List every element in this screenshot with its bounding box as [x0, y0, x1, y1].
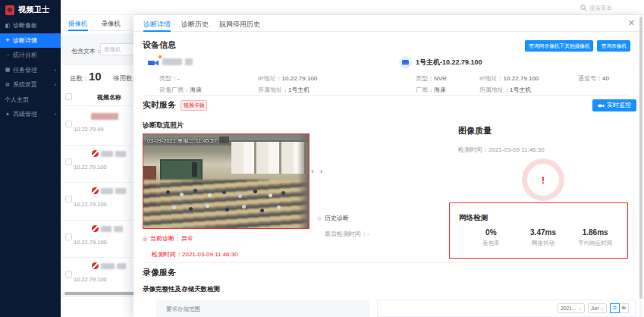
- redacted-name: [115, 151, 126, 157]
- sidebar-item-statistics[interactable]: ◔ 统计分析: [0, 48, 61, 63]
- redacted-name: [101, 188, 113, 194]
- camera-ip: 10.22.79.100: [74, 276, 107, 283]
- month-select[interactable]: Jun ∨: [588, 303, 607, 313]
- last-detect-time: -: [367, 231, 369, 237]
- chevron-down-icon: ∨: [54, 68, 57, 72]
- camera-icon: [147, 58, 159, 67]
- toggle-year-button[interactable]: 年: [619, 303, 629, 313]
- live-monitor-button[interactable]: 实时监控: [592, 99, 636, 111]
- camera-ip: 10.22.79.100: [74, 239, 107, 246]
- video-lag-badge: 视频卡顿: [181, 100, 207, 111]
- sidebar: 视频卫士 ◧ 诊断看板 ✈ 诊断详情 ◔ 统计分析 ▦ 任务管理 ∨ ⚙ 系统设…: [0, 0, 61, 317]
- recording-service-title: 录像服务: [143, 267, 176, 278]
- current-detect-time: 2021-03-09 11:46:30: [182, 251, 238, 258]
- photo-art-students: [166, 190, 170, 194]
- tab-diagnosis-history[interactable]: 诊断历史: [181, 15, 209, 31]
- diagnostic-photo-label: 诊断取流照片: [143, 121, 184, 130]
- row-checkbox[interactable]: [65, 271, 72, 278]
- tab-diagnosis-detail[interactable]: 诊断详情: [143, 15, 171, 31]
- camera-device-icon: [147, 57, 161, 67]
- row-checkbox[interactable]: [65, 196, 72, 202]
- month-year-toggle: 月 年: [610, 303, 629, 313]
- redacted-name: [91, 113, 118, 120]
- year-select[interactable]: 2021… ∨: [558, 303, 585, 313]
- sidebar-item-diagnosis-detail[interactable]: ✈ 诊断详情: [0, 33, 61, 49]
- device-info-title: 设备信息: [143, 39, 176, 51]
- settings-gear-icon: ⚙: [4, 82, 11, 88]
- row-checkbox[interactable]: [65, 158, 72, 165]
- sidebar-item-diagnosis-dashboard[interactable]: ◧ 诊断看板: [0, 18, 61, 33]
- photo-art-teacher: [192, 162, 197, 177]
- exclamation-icon: !: [542, 174, 545, 186]
- current-detect-time-row: 检测时间：2021-03-09 11:46:30: [152, 246, 238, 259]
- diagnosis-detail-icon: ✈: [4, 37, 11, 43]
- prev-photo-arrow[interactable]: ‹: [311, 167, 313, 175]
- history-detect-time-row: 最后检测时间：-: [325, 225, 369, 239]
- scrollbar-thumb[interactable]: [639, 17, 642, 299]
- redacted-name: [101, 263, 115, 269]
- current-diagnosis-row: ◎ 当前诊断：异常: [143, 234, 193, 243]
- alert-badge-dot: [159, 55, 162, 58]
- query-recorder-button[interactable]: 查询录像机: [597, 40, 630, 52]
- camera-ip: 10.22.79.100: [74, 201, 107, 208]
- nvr-icon: [402, 60, 409, 65]
- brand-shield-icon: [5, 5, 14, 15]
- row-checkbox[interactable]: [65, 234, 72, 240]
- search-input[interactable]: [589, 5, 633, 11]
- redacted-name: [101, 151, 113, 157]
- storage-range-box: 要求存储范围: [156, 300, 369, 317]
- menu-search[interactable]: [580, 0, 633, 15]
- camera-vendor-field: 设备厂商：海康: [159, 81, 202, 95]
- divider: [143, 262, 627, 263]
- nvr-host-field: 所属地址：1号主机: [479, 81, 531, 95]
- total-value: 10: [89, 70, 102, 83]
- sidebar-item-personal-home[interactable]: 个人主页: [0, 93, 61, 108]
- sidebar-item-advanced-management[interactable]: ✦ 高级管理 ∨: [0, 107, 61, 122]
- nvr-vendor-field: 厂商：海康: [416, 81, 446, 95]
- brand-name: 视频卫士: [18, 5, 50, 15]
- video-name-header: 视频名称: [97, 93, 121, 102]
- camera-offline-icon: [92, 225, 99, 232]
- photo-art-right-wall: [297, 134, 309, 228]
- advanced-icon: ✦: [4, 111, 11, 118]
- image-quality-title: 图像质量: [458, 125, 492, 137]
- realtime-service-title: 实时服务: [143, 99, 176, 111]
- jitter-stat: 3.47ms 网络抖动: [517, 228, 570, 247]
- next-photo-arrow[interactable]: ›: [320, 167, 322, 175]
- redacted-name: [115, 188, 126, 194]
- photo-timestamp: 03-09-2021 星期二 11:45:57: [147, 137, 217, 145]
- tab-recorder[interactable]: 录像机: [102, 15, 121, 30]
- packet-loss-stat: 0% 丢包率: [465, 228, 517, 247]
- chevron-down-icon: ∨: [579, 306, 582, 310]
- vertical-scrollbar[interactable]: [639, 15, 642, 317]
- image-quality-warning-gauge: !: [523, 159, 564, 200]
- row-checkbox[interactable]: [65, 121, 72, 127]
- toggle-month-button[interactable]: 月: [610, 303, 620, 313]
- status-dot-icon: ◎: [317, 215, 322, 221]
- camera-offline-icon: [92, 150, 99, 157]
- chevron-down-icon: ∨: [601, 306, 604, 310]
- realtime-service-header: 实时服务 视频卡顿: [143, 99, 207, 111]
- select-all-checkbox[interactable]: [65, 93, 72, 100]
- close-icon[interactable]: ✕: [628, 18, 635, 28]
- tab-offline-disable-history[interactable]: 脱网停用历史: [219, 15, 260, 31]
- device-action-buttons: 查询同录像机下其他摄像机 查询录像机: [525, 40, 630, 52]
- avg-response-stat: 1.86ms 平均响应时间: [569, 228, 621, 247]
- camera-ip: 10.22.79.99: [74, 126, 104, 133]
- divider: [143, 95, 627, 96]
- sidebar-item-system-settings[interactable]: ⚙ 系统设置 ∨: [0, 77, 61, 93]
- network-stats: 0% 丢包率 3.47ms 网络抖动 1.86ms 平均响应时间: [465, 228, 621, 247]
- sidebar-nav: ◧ 诊断看板 ✈ 诊断详情 ◔ 统计分析 ▦ 任务管理 ∨ ⚙ 系统设置 ∨ 个…: [0, 18, 61, 122]
- redacted-camera-name: [185, 58, 193, 65]
- sidebar-item-task-management[interactable]: ▦ 任务管理 ∨: [0, 63, 61, 78]
- current-diagnosis-value: 异常: [181, 234, 193, 243]
- tab-camera[interactable]: 摄像机: [68, 15, 88, 30]
- nvr-channel-field: 通道号：40: [578, 70, 609, 83]
- network-detection-box: 网络检测 0% 丢包率 3.47ms 网络抖动 1.86ms 平均响应时间: [449, 202, 628, 259]
- query-same-recorder-button[interactable]: 查询同录像机下其他摄像机: [525, 40, 593, 52]
- storage-range-label: 要求存储范围: [166, 306, 200, 313]
- diagnostic-photo[interactable]: 03-09-2021 星期二 11:45:57: [143, 133, 309, 229]
- network-detection-title: 网络检测: [459, 213, 488, 223]
- recording-integrity-subtitle: 录像完整性及存储天数检测: [143, 285, 220, 294]
- nvr-device-icon: [399, 56, 412, 69]
